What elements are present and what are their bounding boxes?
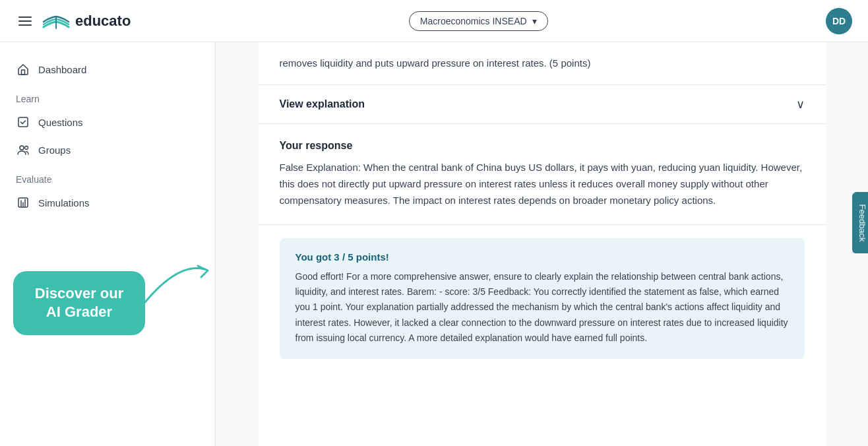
- ai-grader-bubble[interactable]: Discover our AI Grader: [13, 271, 145, 335]
- svg-point-3: [25, 146, 28, 150]
- svg-point-2: [20, 146, 24, 150]
- section-evaluate-label: Evaluate: [0, 164, 215, 189]
- score-body: Good effort! For a more comprehensive an…: [295, 269, 789, 345]
- sidebar: Dashboard Learn Questions Groups Evaluat…: [0, 42, 216, 446]
- groups-icon: [16, 143, 30, 157]
- svg-rect-0: [22, 70, 25, 75]
- your-response-title: Your response: [280, 140, 805, 152]
- home-icon: [16, 62, 30, 77]
- app-header: educato Macroeconomics INSEAD ▾ DD: [0, 0, 868, 42]
- chevron-down-icon: ∨: [796, 97, 805, 112]
- checkbox-icon: [16, 115, 30, 129]
- sidebar-item-simulations[interactable]: Simulations: [0, 189, 215, 216]
- simulations-icon: [16, 195, 30, 210]
- logo: educato: [42, 11, 131, 31]
- sidebar-item-label-groups: Groups: [38, 144, 71, 156]
- view-explanation-row[interactable]: View explanation ∨: [259, 85, 826, 124]
- sidebar-item-groups[interactable]: Groups: [0, 136, 215, 164]
- top-text: removes liquidity and puts upward pressu…: [280, 55, 805, 71]
- sidebar-item-dashboard[interactable]: Dashboard: [0, 55, 215, 83]
- avatar[interactable]: DD: [826, 8, 852, 34]
- sidebar-item-label-dashboard: Dashboard: [38, 64, 86, 75]
- sidebar-item-questions[interactable]: Questions: [0, 108, 215, 136]
- course-selector[interactable]: Macroeconomics INSEAD ▾: [409, 11, 548, 31]
- logo-icon: [42, 11, 70, 31]
- feedback-tab[interactable]: Feedback: [852, 192, 868, 253]
- svg-rect-1: [18, 117, 28, 127]
- course-name: Macroeconomics INSEAD: [420, 16, 527, 26]
- ai-grader-arrow: [139, 256, 216, 309]
- menu-button[interactable]: [16, 14, 34, 28]
- top-text-section: removes liquidity and puts upward pressu…: [259, 42, 826, 85]
- your-response-section: Your response False Explanation: When th…: [259, 124, 826, 225]
- sidebar-item-label-questions: Questions: [38, 117, 83, 128]
- score-title: You got 3 / 5 points!: [295, 251, 789, 263]
- main-content: removes liquidity and puts upward pressu…: [216, 42, 868, 446]
- view-explanation-label: View explanation: [280, 98, 365, 110]
- your-response-text: False Explanation: When the central bank…: [280, 160, 805, 208]
- chevron-down-icon: ▾: [532, 16, 537, 26]
- section-learn-label: Learn: [0, 83, 215, 108]
- logo-text: educato: [75, 13, 131, 30]
- sidebar-item-label-simulations: Simulations: [38, 197, 90, 208]
- score-box: You got 3 / 5 points! Good effort! For a…: [280, 238, 805, 358]
